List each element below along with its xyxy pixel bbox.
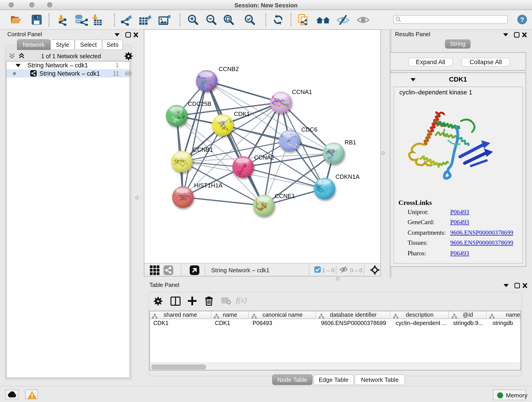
svg-text:HIST1H1A: HIST1H1A <box>194 182 223 189</box>
svg-text:CCNB1: CCNB1 <box>193 146 213 153</box>
svg-text:RB1: RB1 <box>345 139 356 146</box>
svg-text:CCNA2: CCNA2 <box>254 154 274 161</box>
svg-text:CCNA1: CCNA1 <box>292 89 312 95</box>
svg-text:CDK1: CDK1 <box>234 110 250 117</box>
svg-text:CDKN1A: CDKN1A <box>336 173 360 180</box>
svg-text:CCNB2: CCNB2 <box>219 65 239 72</box>
svg-text:CDC25B: CDC25B <box>188 100 211 107</box>
svg-text:CDC6: CDC6 <box>301 126 317 133</box>
svg-text:CCNE1: CCNE1 <box>275 192 295 199</box>
